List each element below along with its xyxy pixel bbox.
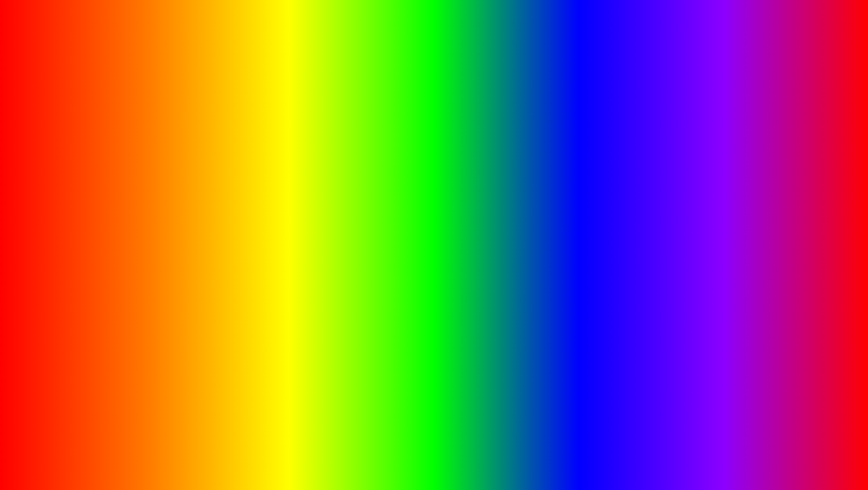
fruits-text-br: FRUITS: [767, 446, 841, 468]
user-info-left: XxArSendxX teleport.top: [98, 174, 206, 185]
blox-fruits-logo-br: BL ☠ X FRUITS: [767, 419, 841, 468]
nav-devilfruit-left[interactable]: 🍎 Devil Fruit: [80, 229, 107, 252]
btn-safezone[interactable]: Teleport To Safe Zone When Pvp (Must Be …: [141, 243, 268, 260]
btn-teleport-acient[interactable]: Teleport To Acient One (Must Be in Templ…: [644, 229, 768, 241]
home-icon-left: 🏠: [88, 192, 98, 202]
btn-human-door[interactable]: Teleport Human Door (Must Be in Temple O…: [141, 202, 268, 214]
v4-badge-right: V4: [770, 261, 789, 275]
panel-right: Z ZEN HUB 8:11:59 [FPS] : 40 👤 XxArSendx…: [578, 155, 803, 306]
home-icon-right: 🏠: [590, 192, 600, 202]
wing-deco: 🕊️: [390, 314, 424, 346]
username-left: XxArSendxX: [98, 174, 206, 180]
panel-left: Z ZEN HUB 08:12:22 [FPS] : 25 👤 XxArSend…: [79, 155, 272, 306]
bottom-auto: AUTO: [85, 430, 202, 477]
panel-left-fps: [FPS] : 25: [246, 160, 268, 166]
candy-pole-1: [362, 47, 403, 273]
skull-logo: ☠: [800, 421, 823, 443]
user-avatar-left: 👤: [83, 173, 96, 186]
misc-icon-right: 🔧: [590, 278, 600, 288]
nav-misc-right[interactable]: 🔧 Misc: [579, 275, 610, 298]
panel-left-content: Race V4 Teleport Human Door (Must Be in …: [139, 188, 271, 305]
zen-hub-label-right: ZEN HUB: [595, 160, 751, 167]
panel-left-user-row: 👤 XxArSendxX teleport.top Hr(s) : 0 Min(…: [80, 171, 271, 188]
btn-pvp-zone[interactable]: Teleport Pvp Zone (Must Be in Temple Of …: [141, 262, 268, 273]
title-blox: BLOX: [211, 9, 381, 67]
bottom-farm: FARM: [236, 430, 354, 477]
bottom-script: SCRIPT: [387, 430, 541, 477]
fruit-logo: 😈: [440, 310, 498, 369]
btn-teleport-lever-pull[interactable]: Teleport To Lever Pull: [644, 216, 768, 227]
nav-home-right[interactable]: 🏠: [579, 188, 610, 206]
panel-right-time: 8:11:59: [753, 160, 770, 166]
section-divider-right: Race V4: [644, 192, 768, 200]
shop-icon-right: 🛒: [590, 255, 600, 265]
section-divider-left: Race V4: [141, 192, 268, 200]
main-title: BLOX FRUITS: [0, 9, 868, 67]
nav-devilfruit-right[interactable]: 🍎 Devil Fruit: [579, 229, 610, 252]
btn-clock-acces[interactable]: Clock Acces...: [644, 256, 768, 268]
username-right: XxArSendxX: [598, 174, 736, 180]
user-sub-right: teleport.top: [598, 180, 736, 185]
user-avatar-right: 👤: [582, 173, 595, 186]
nav-shop-right[interactable]: 🛒 Shop: [579, 252, 610, 275]
panel-left-header: Z ZEN HUB 08:12:22 [FPS] : 25: [80, 156, 271, 171]
zen-hub-label-left: ZEN HUB: [96, 160, 217, 167]
nav-dungeon-right[interactable]: ⚔️ Dungeon: [579, 206, 610, 229]
devilfruit-icon-left: 🍎: [88, 232, 98, 242]
nav-stats-left[interactable]: 📊 Stats: [80, 275, 107, 298]
panel-left-time: 08:12:22: [220, 160, 239, 166]
user-session-right: Hr(s) : 0 Min(s) : 9 Sec(s) : 22 [Ping] …: [739, 174, 798, 184]
user-session-left: Hr(s) : 0 Min(s) : 9 Sec(s) : 45 [Ping] …: [208, 174, 268, 184]
blox-text-br: BL: [770, 419, 798, 444]
dungeon-icon-left: ⚔️: [88, 209, 98, 219]
btn-mink-door[interactable]: Teleport Mink Door (Must Be in Temple Of…: [141, 216, 268, 227]
btn-unlock-lever[interactable]: Unlock Lever.: [644, 243, 768, 254]
balloon-3: [564, 70, 595, 106]
devilfruit-icon-right: 🍎: [590, 232, 600, 242]
stats-icon-left: 📊: [88, 278, 98, 288]
balloon-1: [160, 93, 196, 133]
btn-sky-door[interactable]: Teleport Sky Door (Must Be in Temple Of …: [141, 229, 268, 241]
panel-left-body: 🏠 ⚔️ Dungeon 🍎 Devil Fruit 🛒 Shop 📊 Stat…: [80, 188, 271, 305]
bottom-pastebin: PASTEBIN: [574, 430, 783, 477]
nav-right: 🏠 ⚔️ Dungeon 🍎 Devil Fruit 🛒 Shop 🔧 Misc: [579, 188, 610, 305]
nav-home-left[interactable]: 🏠: [80, 188, 107, 206]
panel-right-fps: [FPS] : 40: [776, 160, 798, 166]
user-info-right: XxArSendxX teleport.top: [598, 174, 736, 185]
user-sub-left: teleport.top: [98, 180, 206, 185]
panel-right-body: 🏠 ⚔️ Dungeon 🍎 Devil Fruit 🛒 Shop 🔧 Misc…: [579, 188, 802, 305]
zen-logo-left: Z: [83, 158, 93, 168]
panel-right-content: Race V4 Teleport To Timple Of Time Telep…: [642, 188, 770, 305]
panel-right-user-row: 👤 XxArSendxX teleport.top Hr(s) : 0 Min(…: [579, 171, 802, 188]
zen-logo-right: Z: [582, 158, 592, 168]
v4-badge-left: V4: [90, 261, 109, 275]
btn-teleport-timple[interactable]: Teleport To Timple Of Time: [644, 202, 768, 214]
nav-dungeon-left[interactable]: ⚔️ Dungeon: [80, 206, 107, 229]
title-fruits: FRUITS: [435, 9, 657, 67]
x-text-br: X: [824, 419, 839, 444]
dungeon-icon-right: ⚔️: [590, 209, 600, 219]
panel-right-header: Z ZEN HUB 8:11:59 [FPS] : 40: [579, 156, 802, 171]
bottom-text: AUTO FARM SCRIPT PASTEBIN: [0, 430, 868, 477]
nav-left: 🏠 ⚔️ Dungeon 🍎 Devil Fruit 🛒 Shop 📊 Stat…: [80, 188, 107, 305]
